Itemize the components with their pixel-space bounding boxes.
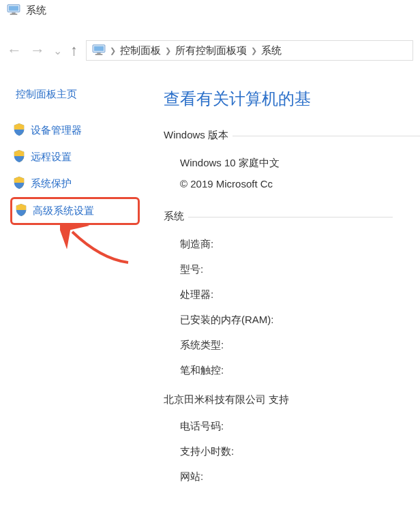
titlebar: 系统 xyxy=(0,0,420,21)
support-section: 北京田米科技有限公司 支持 电话号码: 支持小时数: 网站: xyxy=(164,393,420,487)
address-icon xyxy=(92,44,106,57)
sidebar-header[interactable]: 控制面板主页 xyxy=(10,88,140,101)
dropdown-icon[interactable]: ⌄ xyxy=(53,44,62,57)
support-row: 电话号码: xyxy=(180,415,420,437)
chevron-right-icon: ❯ xyxy=(251,46,257,55)
system-icon xyxy=(7,4,20,17)
system-row: 系统类型: xyxy=(180,333,420,356)
breadcrumb-item[interactable]: 控制面板 xyxy=(120,44,161,57)
shield-icon xyxy=(15,203,27,219)
support-row: 网站: xyxy=(180,465,420,487)
chevron-right-icon: ❯ xyxy=(110,46,116,55)
breadcrumb-item[interactable]: 所有控制面板项 xyxy=(175,44,247,57)
system-row: 型号: xyxy=(180,258,420,280)
sidebar-item-label: 系统保护 xyxy=(31,177,72,190)
svg-rect-1 xyxy=(9,6,18,11)
svg-rect-6 xyxy=(97,52,100,54)
shield-icon xyxy=(13,123,25,138)
support-header: 北京田米科技有限公司 支持 xyxy=(164,393,289,406)
page-title: 查看有关计算机的基 xyxy=(164,88,420,110)
chevron-right-icon: ❯ xyxy=(165,46,171,55)
sidebar-item-remote-settings[interactable]: 远程设置 xyxy=(10,144,140,170)
breadcrumb: ❯ 控制面板 ❯ 所有控制面板项 ❯ 系统 xyxy=(110,44,282,57)
main-panel: 查看有关计算机的基 Windows 版本 Windows 10 家庭中文 © 2… xyxy=(150,80,420,500)
shield-icon xyxy=(13,176,25,192)
svg-rect-7 xyxy=(95,54,103,55)
windows-edition-section: Windows 版本 Windows 10 家庭中文 © 2019 Micros… xyxy=(164,129,420,190)
system-row: 制造商: xyxy=(180,232,420,255)
up-arrow-icon[interactable]: ↑ xyxy=(70,42,78,59)
address-bar[interactable]: ❯ 控制面板 ❯ 所有控制面板项 ❯ 系统 xyxy=(86,40,413,61)
system-section: 系统 制造商: 型号: 处理器: 已安装的内存(RAM): 系统类型: 笔和触控… xyxy=(164,210,420,381)
sidebar: 控制面板主页 设备管理器 远程设置 xyxy=(0,80,150,500)
content: 控制面板主页 设备管理器 远程设置 xyxy=(0,80,420,500)
section-label: 系统 xyxy=(164,210,184,223)
section-label: Windows 版本 xyxy=(164,129,228,142)
system-row: 笔和触控: xyxy=(180,359,420,381)
window-title: 系统 xyxy=(26,4,46,17)
sidebar-item-label: 高级系统设置 xyxy=(33,205,94,217)
navbar: ← → ⌄ ↑ ❯ 控制面板 ❯ 所有控制面板项 ❯ 系统 xyxy=(0,35,420,66)
sidebar-item-device-manager[interactable]: 设备管理器 xyxy=(10,117,140,144)
forward-arrow-icon[interactable]: → xyxy=(30,42,45,59)
copyright-text: © 2019 Microsoft Cc xyxy=(164,178,420,190)
back-arrow-icon[interactable]: ← xyxy=(7,42,22,59)
windows-edition-value: Windows 10 家庭中文 xyxy=(180,151,420,174)
sidebar-item-label: 设备管理器 xyxy=(31,124,82,137)
sidebar-item-system-protection[interactable]: 系统保护 xyxy=(10,170,140,197)
annotation-arrow-icon xyxy=(60,225,135,268)
svg-rect-3 xyxy=(10,14,18,14)
breadcrumb-item[interactable]: 系统 xyxy=(261,44,282,57)
sidebar-item-label: 远程设置 xyxy=(31,151,72,164)
svg-rect-2 xyxy=(12,12,15,14)
system-row: 已安装的内存(RAM): xyxy=(180,308,420,331)
sidebar-item-advanced-settings[interactable]: 高级系统设置 xyxy=(10,197,140,225)
support-row: 支持小时数: xyxy=(180,440,420,462)
svg-rect-5 xyxy=(94,46,104,50)
system-row: 处理器: xyxy=(180,283,420,305)
shield-icon xyxy=(13,149,25,165)
